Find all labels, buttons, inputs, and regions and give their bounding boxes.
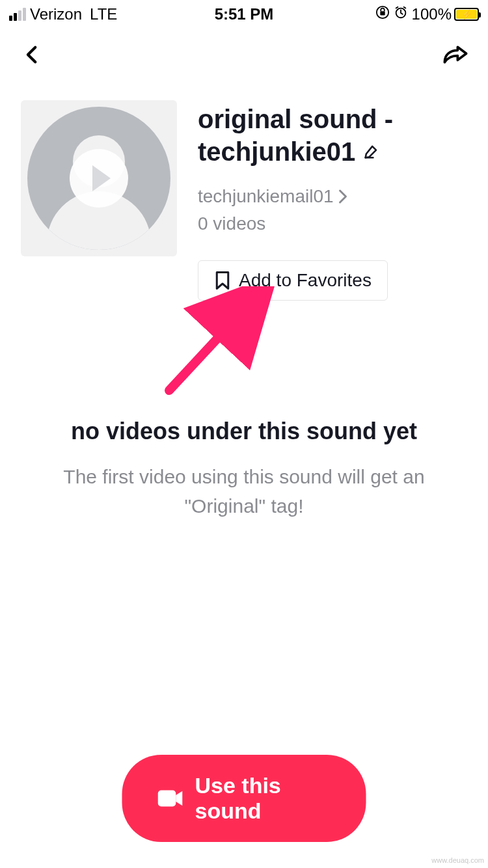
status-bar: Verizon LTE 5:51 PM 100% ⚡ [0,0,488,29]
svg-rect-1 [380,11,385,15]
empty-state: no videos under this sound yet The first… [0,418,488,521]
pencil-icon [362,142,381,161]
battery-indicator: 100% ⚡ [412,5,479,23]
network-type-label: LTE [90,5,117,23]
empty-state-title: no videos under this sound yet [39,418,449,445]
watermark: www.deuaq.com [431,856,484,864]
add-to-favorites-button[interactable]: Add to Favorites [198,260,388,301]
video-count-label: 0 videos [198,213,467,234]
sound-meta: original sound - techjunkie01 techjunkie… [198,100,467,301]
alarm-icon [394,5,408,23]
signal-strength-icon [9,8,26,21]
battery-percent-label: 100% [412,5,452,23]
share-arrow-icon [442,43,468,66]
back-button[interactable] [20,42,46,68]
status-left: Verizon LTE [9,5,117,23]
bookmark-icon [214,271,231,290]
charging-icon: ⚡ [461,9,472,20]
sound-cover[interactable] [21,100,177,256]
play-button[interactable] [70,149,128,208]
clock: 5:51 PM [215,5,274,23]
status-right: 100% ⚡ [375,5,479,23]
svg-line-3 [169,299,254,390]
empty-state-subtitle: The first video using this sound will ge… [39,462,449,521]
orientation-lock-icon [375,5,390,23]
video-camera-icon [157,789,183,808]
sound-header: original sound - techjunkie01 techjunkie… [0,81,488,301]
use-this-sound-button[interactable]: Use this sound [122,755,366,842]
use-this-sound-label: Use this sound [195,773,331,824]
share-button[interactable] [442,42,468,68]
sound-author-label: techjunkiemail01 [198,186,334,207]
sound-author-link[interactable]: techjunkiemail01 [198,186,467,207]
add-to-favorites-label: Add to Favorites [239,270,372,291]
edit-title-button[interactable] [362,142,381,163]
chevron-left-icon [21,44,44,66]
carrier-label: Verizon [30,5,82,23]
svg-rect-4 [158,791,176,807]
nav-bar [0,29,488,81]
annotation-arrow [156,286,286,406]
play-icon [92,165,111,191]
chevron-right-icon [338,189,348,204]
